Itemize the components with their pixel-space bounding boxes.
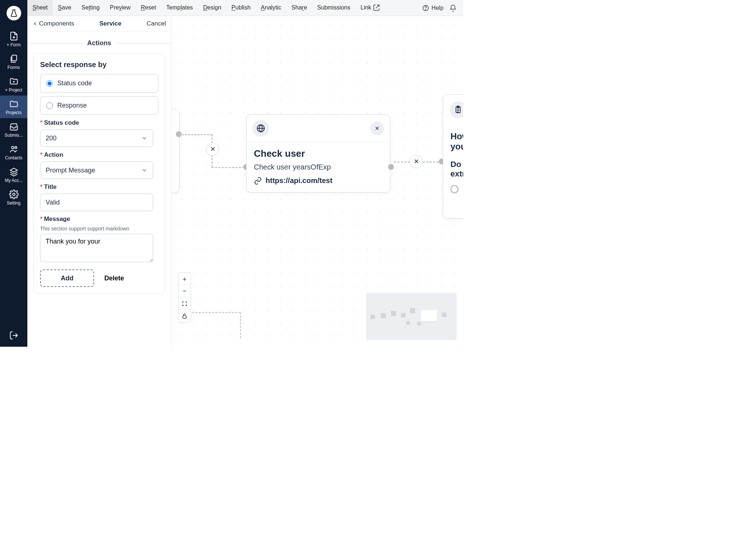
toolbar-templates[interactable]: Templates xyxy=(161,0,198,16)
toolbar-save[interactable]: Save xyxy=(53,0,76,16)
users-icon xyxy=(9,144,19,154)
chevron-down-icon xyxy=(141,135,148,141)
chevron-left-icon xyxy=(32,21,38,26)
sidebar-item-logout[interactable] xyxy=(0,327,27,347)
bell-icon[interactable] xyxy=(449,4,457,12)
section-divider: Actions xyxy=(27,39,171,47)
panel-title: Service xyxy=(99,20,121,27)
select-value: 200 xyxy=(46,135,57,142)
label-title: *Title xyxy=(40,183,158,191)
files-icon xyxy=(9,54,19,63)
toolbar-preview[interactable]: Preview xyxy=(105,0,136,16)
sidebar-item-contacts[interactable]: Contacts xyxy=(0,141,27,163)
radio-input-status[interactable] xyxy=(46,80,53,87)
node-close-button[interactable] xyxy=(370,121,384,135)
svg-point-2 xyxy=(15,147,16,148)
radio-input-response[interactable] xyxy=(46,102,53,109)
node-connector-dot[interactable] xyxy=(388,164,394,170)
folder-icon xyxy=(9,99,19,109)
sidebar-item-new-form[interactable]: + Form xyxy=(0,28,27,50)
toolbar-setting[interactable]: Setting xyxy=(76,0,105,16)
actions-card: Select response by Status code Response … xyxy=(33,54,165,294)
sidebar-item-setting[interactable]: Setting xyxy=(0,186,27,209)
toolbar-link[interactable]: Link xyxy=(356,0,385,16)
add-button[interactable]: Add xyxy=(40,269,94,287)
select-status-code[interactable]: 200 xyxy=(40,129,153,147)
sidebar-item-my-account[interactable]: My Acc... xyxy=(0,163,27,186)
radio-response[interactable]: Response xyxy=(40,96,158,115)
left-sidebar: + Form Forms + Project Projects Submis..… xyxy=(0,0,27,347)
delete-edge-button[interactable]: ✕ xyxy=(206,143,219,156)
radio-label: Response xyxy=(57,102,87,109)
radio-placeholder[interactable] xyxy=(450,185,458,193)
sidebar-label: Submis... xyxy=(4,133,23,138)
chevron-down-icon xyxy=(141,167,148,174)
edge xyxy=(212,167,244,168)
toolbar-analytic[interactable]: Analytic xyxy=(256,0,286,16)
fullscreen-icon xyxy=(182,301,187,307)
sidebar-item-projects[interactable]: Projects xyxy=(0,96,27,118)
sidebar-item-new-project[interactable]: + Project xyxy=(0,73,27,96)
edge xyxy=(240,312,241,338)
node-description: Check user yearsOfExp xyxy=(254,163,383,171)
delete-button[interactable]: Delete xyxy=(104,275,124,282)
label-message: *Message xyxy=(40,215,158,223)
lock-toggle-button[interactable] xyxy=(178,310,191,322)
select-value: Prompt Message xyxy=(46,167,95,174)
node-title: Check user xyxy=(254,148,383,159)
zoom-out-button[interactable]: − xyxy=(178,285,191,298)
toolbar-help[interactable]: Help xyxy=(422,4,444,12)
sidebar-item-submissions[interactable]: Submis... xyxy=(0,118,27,141)
node-url: https://api.com/test xyxy=(254,176,383,185)
flow-canvas[interactable]: ✕ Check user Check user yearsOfExp https… xyxy=(171,16,463,347)
node-partial-left[interactable] xyxy=(171,109,179,193)
external-link-icon xyxy=(373,4,380,11)
radio-status-code[interactable]: Status code xyxy=(40,74,158,93)
toolbar-publish[interactable]: Publish xyxy=(227,0,256,16)
gear-icon xyxy=(9,190,19,199)
back-button[interactable]: Components xyxy=(32,20,74,27)
inbox-icon xyxy=(9,122,19,131)
logout-icon xyxy=(9,331,19,340)
cancel-button[interactable]: Cancel xyxy=(147,20,166,27)
globe-icon xyxy=(252,120,269,137)
minimap[interactable] xyxy=(366,293,457,340)
node-check-user[interactable]: Check user Check user yearsOfExp https:/… xyxy=(246,114,390,192)
radio-label: Status code xyxy=(57,79,92,87)
edge xyxy=(179,134,212,135)
sidebar-label: + Project xyxy=(5,88,23,93)
label-status-code: *Status code xyxy=(40,119,158,127)
help-icon xyxy=(422,4,429,12)
delete-edge-button[interactable]: ✕ xyxy=(410,155,423,168)
link-icon xyxy=(254,177,262,185)
toolbar-sheet[interactable]: Sheet xyxy=(27,0,53,16)
question-1: How many years have you used React? xyxy=(450,131,463,152)
section-title: Actions xyxy=(83,39,116,47)
toolbar-reset[interactable]: Reset xyxy=(136,0,161,16)
svg-point-3 xyxy=(12,193,15,196)
folder-plus-icon xyxy=(9,77,19,86)
svg-rect-0 xyxy=(12,55,16,61)
input-title[interactable]: Valid xyxy=(40,194,153,211)
sidebar-label: Projects xyxy=(6,110,22,115)
sidebar-label: Setting xyxy=(7,201,20,206)
toolbar-design[interactable]: Design xyxy=(198,0,227,16)
svg-point-1 xyxy=(11,146,14,149)
sidebar-item-forms[interactable]: Forms xyxy=(0,50,27,73)
top-toolbar: Sheet Save Setting Preview Reset Templat… xyxy=(27,0,463,16)
canvas-controls: ＋ − xyxy=(178,272,191,323)
svg-point-5 xyxy=(425,9,426,9)
help-text: This section support support markdown xyxy=(40,226,158,232)
toolbar-submissions[interactable]: Submissions xyxy=(312,0,356,16)
select-action[interactable]: Prompt Message xyxy=(40,162,153,179)
fit-view-button[interactable] xyxy=(178,298,191,310)
zoom-in-button[interactable]: ＋ xyxy=(178,273,191,285)
toolbar-share[interactable]: Share xyxy=(286,0,312,16)
sidebar-label: Forms xyxy=(8,65,20,70)
app-logo xyxy=(7,6,21,20)
sidebar-label: Contacts xyxy=(5,155,22,160)
input-value: Valid xyxy=(46,199,60,206)
unlock-icon xyxy=(182,313,187,319)
node-questions[interactable]: How many years have you used React? Do y… xyxy=(443,94,463,218)
textarea-message[interactable] xyxy=(40,234,153,262)
